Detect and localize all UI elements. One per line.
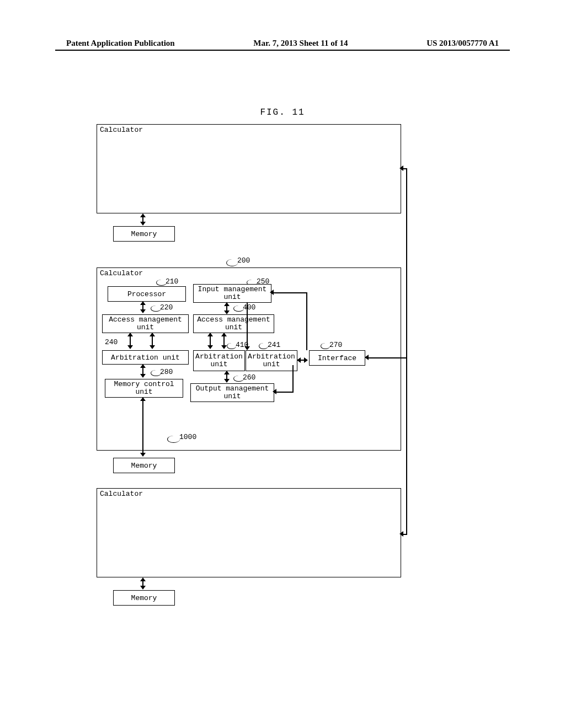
arrow-arb2-out [223, 371, 230, 383]
header-right: US 2013/0057770 A1 [427, 39, 499, 48]
arrowhead-ext-iface [365, 355, 369, 360]
line-iface-in-v [306, 292, 307, 350]
memory-bot-box: Memory [113, 590, 175, 606]
arrow-proc-access [140, 301, 146, 313]
curve-200 [226, 259, 238, 266]
access-mgmt-1-label: Access management unit [103, 316, 188, 332]
ref-200: 200 [237, 256, 250, 265]
input-mgmt-label: Input management unit [194, 286, 271, 302]
ref-260: 260 [243, 373, 255, 382]
arb-unit-3-label: Arbitration unit [246, 353, 297, 369]
arrowhead-ext-top [399, 165, 403, 171]
processor-label: Processor [127, 290, 166, 298]
interface-box: Interface [309, 350, 365, 366]
output-mgmt-box: Output management unit [190, 383, 274, 402]
output-mgmt-label: Output management unit [191, 385, 274, 401]
arb-unit-3-box: Arbitration unit [246, 350, 297, 371]
curve-410 [227, 343, 236, 349]
arrowhead-iface-out [273, 389, 276, 394]
curve-260 [233, 376, 244, 382]
arrow-am2-arb2-a [207, 333, 214, 349]
calculator-top-box: Calculator [97, 124, 401, 213]
ext-iface-h [369, 357, 407, 358]
arrow-memctrl-mem [140, 397, 146, 457]
curve-400 [233, 306, 244, 312]
line-iface-in-h [271, 292, 307, 293]
processor-box: Processor [108, 286, 186, 302]
arrow-am1-arb1-a [127, 333, 134, 349]
memory-top-label: Memory [131, 230, 157, 238]
header-center: Mar. 7, 2013 Sheet 11 of 14 [253, 39, 348, 48]
ref-280: 280 [160, 368, 173, 376]
ref-240: 240 [105, 338, 118, 346]
arrowhead-input-arb3 [244, 346, 250, 350]
ext-bus-v [406, 168, 407, 535]
arb-unit-1-label: Arbitration unit [111, 354, 180, 362]
curve-1000 [167, 436, 180, 443]
figure-title: FIG. 11 [0, 108, 565, 117]
ref-241: 241 [268, 341, 280, 349]
input-mgmt-box: Input management unit [193, 284, 271, 303]
line-input-arb3 [247, 302, 248, 349]
curve-220 [151, 306, 161, 312]
calculator-top-label: Calculator [100, 126, 143, 134]
arrow-arb1-memctrl [140, 364, 146, 378]
arrow-input-access [223, 302, 230, 314]
ref-270: 270 [329, 341, 342, 349]
ref-210: 210 [166, 277, 178, 286]
memory-top-box: Memory [113, 226, 175, 242]
calculator-mid-label: Calculator [100, 269, 143, 277]
line-iface-out-h [274, 392, 294, 393]
curve-241 [259, 343, 268, 349]
arrowhead-ext-bot [399, 531, 403, 537]
header-left: Patent Application Publication [66, 39, 175, 48]
line-iface-out-v [292, 365, 294, 392]
mem-ctrl-box: Memory control unit [105, 379, 183, 398]
arb-unit-2-box: Arbitration unit [193, 350, 245, 371]
calculator-bot-label: Calculator [100, 490, 143, 498]
access-mgmt-1-box: Access management unit [102, 314, 189, 333]
mem-ctrl-label: Memory control unit [105, 381, 183, 397]
access-mgmt-2-label: Access management unit [194, 316, 274, 332]
ref-400: 400 [243, 303, 255, 312]
arb-unit-1-box: Arbitration unit [102, 350, 189, 365]
curve-280 [151, 370, 161, 376]
header-divider [55, 50, 510, 51]
ref-220: 220 [160, 303, 173, 312]
interface-label: Interface [318, 354, 356, 362]
arrow-am1-arb1-b [149, 333, 156, 349]
ref-1000: 1000 [179, 433, 196, 441]
arrow-calc-mem-bot [140, 577, 146, 590]
memory-mid-box: Memory [113, 458, 175, 473]
memory-mid-label: Memory [131, 462, 157, 470]
arrow-calc-mem-top [140, 213, 146, 226]
curve-210 [156, 280, 167, 286]
curve-270 [321, 343, 330, 349]
arb-unit-2-label: Arbitration unit [194, 353, 244, 369]
calculator-bot-box: Calculator [97, 488, 401, 577]
arrowhead-iface-in [270, 290, 274, 295]
arrow-arb3-iface [297, 357, 308, 363]
access-mgmt-2-box: Access management unit [193, 314, 274, 333]
memory-bot-label: Memory [131, 594, 157, 602]
